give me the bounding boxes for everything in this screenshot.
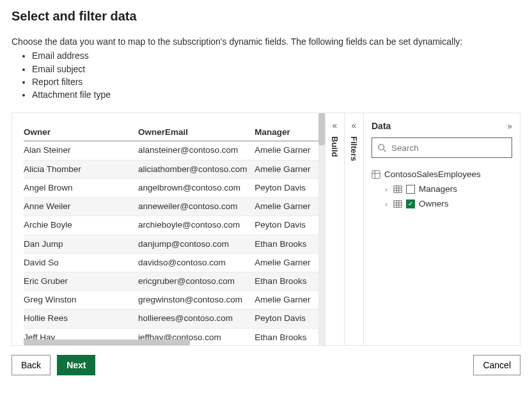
cell-manager: Ethan Brooks [254,235,325,253]
column-header-owner[interactable]: Owner [24,123,138,141]
table-node-managers[interactable]: › Managers [383,182,512,196]
next-button[interactable]: Next [57,355,95,375]
table-row[interactable]: Hollie Reeshollierees@contoso.comPeyton … [24,309,325,328]
data-table-area: Owner OwnerEmail Manager Alan Steinerala… [12,113,325,345]
cell-email: ericgruber@contoso.com [138,272,254,291]
svg-rect-5 [394,186,402,193]
cell-owner: Angel Brown [24,178,138,197]
cell-manager: Amelie Garner [254,291,325,309]
footer: Back Next Cancel [12,355,520,375]
workspace: Owner OwnerEmail Manager Alan Steinerala… [12,113,520,346]
intro-item: Report filters [32,75,520,88]
cell-email: hollierees@contoso.com [138,309,254,328]
cell-manager: Amelie Garner [254,253,325,272]
build-rail[interactable]: « Build [325,113,344,345]
collapse-right-icon[interactable]: » [507,121,512,130]
build-rail-label: Build [330,135,340,157]
table-name: Managers [419,184,457,194]
search-field[interactable] [372,137,512,158]
cell-email: angelbrown@contoso.com [138,178,254,197]
cell-owner: Alan Steiner [24,141,138,160]
table-icon [393,185,402,194]
dataset-node[interactable]: ContosoSalesEmployees [372,167,512,182]
page-title: Select and filter data [12,9,520,24]
cell-manager: Ethan Brooks [254,328,325,345]
data-tree: ContosoSalesEmployees › Managers › ✓ Own… [372,167,512,211]
table-row[interactable]: David Sodavidso@contoso.comAmelie Garner [24,253,325,272]
cell-owner: Anne Weiler [24,198,138,216]
cell-manager: Amelie Garner [254,141,325,160]
cell-owner: Hollie Rees [24,309,138,328]
checkbox-owners[interactable]: ✓ [406,199,415,208]
intro-item: Email subject [32,63,520,75]
cell-email: davidso@contoso.com [138,253,254,272]
table-row[interactable]: Archie Boylearchieboyle@contoso.comPeyto… [24,216,325,235]
svg-rect-2 [372,171,380,178]
cell-owner: Dan Jump [24,235,138,253]
back-button[interactable]: Back [12,355,51,375]
svg-point-0 [379,145,384,150]
cancel-button[interactable]: Cancel [473,355,520,375]
search-input[interactable] [390,143,506,153]
column-header-manager[interactable]: Manager [254,123,325,141]
table-row[interactable]: Anne Weileranneweiler@contoso.comAmelie … [24,198,325,216]
collapse-left-icon: « [332,121,338,130]
cell-manager: Peyton Davis [254,178,325,197]
table-row[interactable]: Alicia Thomberaliciathomber@contoso.comA… [24,160,325,178]
intro-list: Email address Email subject Report filte… [12,49,520,101]
cell-owner: Eric Gruber [24,272,138,291]
svg-line-1 [384,150,386,152]
cell-email: gregwinston@contoso.com [138,291,254,309]
search-icon [377,143,386,152]
table-row[interactable]: Angel Brownangelbrown@contoso.comPeyton … [24,178,325,197]
cell-owner: Alicia Thomber [24,160,138,178]
intro-item: Attachment file type [32,88,520,101]
cell-email: danjump@contoso.com [138,235,254,253]
vertical-scrollbar-thumb[interactable] [318,113,325,145]
cell-owner: David So [24,253,138,272]
filters-rail[interactable]: « Filters [344,113,363,345]
cell-email: aliciathomber@contoso.com [138,160,254,178]
column-header-owneremail[interactable]: OwnerEmail [138,123,254,141]
collapse-left-icon: « [352,121,357,130]
horizontal-scrollbar-thumb[interactable] [24,340,190,345]
data-panel: Data » ContosoSalesEmployees › Managers … [363,113,520,345]
intro-item: Email address [32,49,520,62]
table-name: Owners [419,199,449,208]
cell-email: alansteiner@contoso.com [138,141,254,160]
cell-owner: Greg Winston [24,291,138,309]
cell-manager: Amelie Garner [254,198,325,216]
table-row[interactable]: Eric Gruberericgruber@contoso.comEthan B… [24,272,325,291]
table-icon [393,199,402,208]
cell-manager: Peyton Davis [254,216,325,235]
filters-rail-label: Filters [349,135,359,161]
vertical-scrollbar[interactable] [318,113,325,345]
dataset-name: ContosoSalesEmployees [384,169,481,179]
table-row[interactable]: Alan Steineralansteiner@contoso.comAmeli… [24,141,325,160]
dataset-icon [372,170,380,179]
table-row[interactable]: Dan Jumpdanjump@contoso.comEthan Brooks [24,235,325,253]
cell-manager: Peyton Davis [254,309,325,328]
chevron-right-icon: › [383,200,389,208]
cell-manager: Amelie Garner [254,160,325,178]
svg-rect-10 [394,201,402,208]
chevron-right-icon: › [383,185,389,193]
intro-text: Choose the data you want to map to the s… [12,35,520,48]
cell-email: archieboyle@contoso.com [138,216,254,235]
table-row[interactable]: Greg Winstongregwinston@contoso.comAmeli… [24,291,325,309]
checkbox-managers[interactable] [406,185,415,194]
data-panel-title: Data [372,121,391,131]
cell-manager: Ethan Brooks [254,272,325,291]
table-header-row: Owner OwnerEmail Manager [24,123,325,141]
cell-owner: Archie Boyle [24,216,138,235]
table-node-owners[interactable]: › ✓ Owners [383,196,512,211]
cell-email: anneweiler@contoso.com [138,198,254,216]
data-table: Owner OwnerEmail Manager Alan Steinerala… [24,123,325,345]
